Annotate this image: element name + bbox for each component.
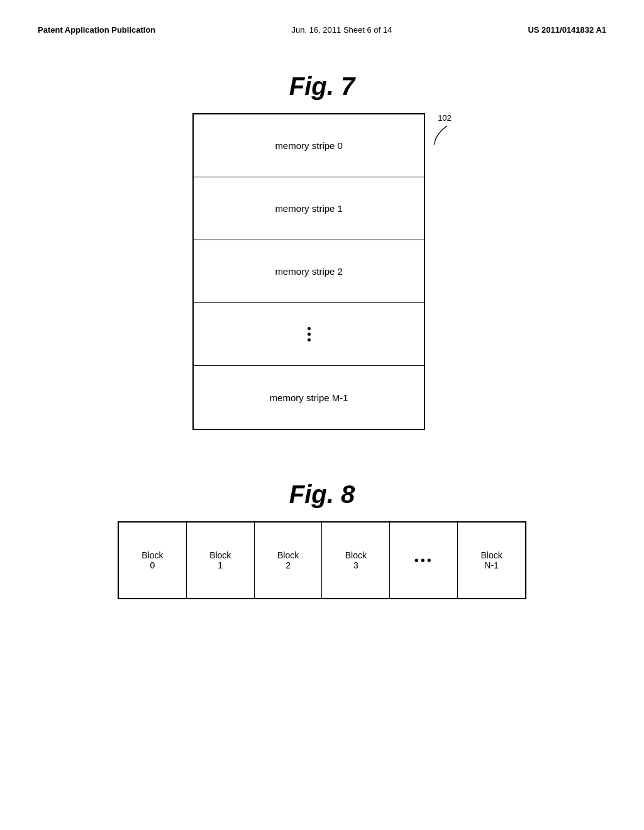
block-num-3: 3 [353, 560, 358, 570]
block-num-2: 2 [286, 560, 291, 570]
fig7-title: Fig. 7 [289, 72, 355, 101]
fig7-container: memory stripe 0 memory stripe 1 memory s… [192, 113, 452, 430]
stripe-row-dots [194, 303, 424, 366]
block-label-2: Block [277, 550, 299, 560]
header-right: US 2011/0141832 A1 [528, 25, 606, 35]
stripe-row-2: memory stripe 2 [194, 240, 424, 303]
stripe-row-m1: memory stripe M-1 [194, 366, 424, 429]
header-center: Jun. 16, 2011 Sheet 6 of 14 [292, 25, 392, 35]
fig8-section: Fig. 8 Block 0 Block 1 Block 2 Block 3 [38, 480, 606, 599]
dot-2 [308, 333, 311, 336]
header-left: Patent Application Publication [38, 25, 155, 35]
page: Patent Application Publication Jun. 16, … [0, 0, 644, 830]
dot-3 [308, 338, 311, 341]
fig7-section: Fig. 7 memory stripe 0 memory stripe 1 m… [38, 72, 606, 430]
block-label-1: Block [209, 550, 231, 560]
stripe-label-1: memory stripe 1 [275, 203, 343, 214]
block-cell-3: Block 3 [322, 523, 390, 598]
stripe-label-2: memory stripe 2 [275, 266, 343, 277]
stripe-row-1: memory stripe 1 [194, 177, 424, 240]
dot-1 [308, 327, 311, 330]
block-cell-1: Block 1 [187, 523, 255, 598]
block-label-n1: Block [480, 550, 502, 560]
header: Patent Application Publication Jun. 16, … [38, 25, 606, 35]
fig8-title: Fig. 8 [289, 480, 355, 509]
ellipsis-dots: ••• [414, 553, 433, 568]
fig8-table: Block 0 Block 1 Block 2 Block 3 ••• [118, 521, 526, 599]
block-label-3: Block [345, 550, 367, 560]
block-cell-2: Block 2 [255, 523, 323, 598]
stripe-row-0: memory stripe 0 [194, 114, 424, 177]
block-cell-ellipsis: ••• [390, 523, 458, 598]
ref-102: 102 [438, 113, 452, 123]
block-cell-n1: Block N-1 [458, 523, 525, 598]
stripe-label-0: memory stripe 0 [275, 140, 343, 151]
block-cell-0: Block 0 [119, 523, 187, 598]
block-label-0: Block [142, 550, 163, 560]
block-num-0: 0 [150, 560, 155, 570]
fig7-box: memory stripe 0 memory stripe 1 memory s… [192, 113, 425, 430]
stripe-label-m1: memory stripe M-1 [270, 392, 348, 403]
ref-102-line [431, 123, 450, 148]
block-num-1: 1 [218, 560, 223, 570]
block-num-n1: N-1 [484, 560, 499, 570]
